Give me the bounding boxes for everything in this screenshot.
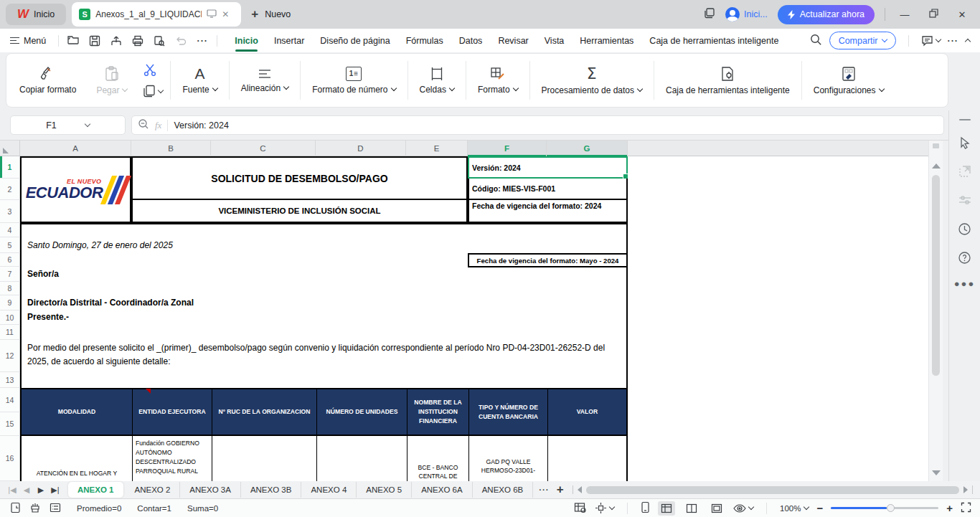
cell-f3-validity[interactable]: Fecha de vigencia del formato: 2024 xyxy=(468,200,628,223)
first-sheet-icon[interactable]: |◀ xyxy=(6,485,19,495)
split-handle[interactable] xyxy=(933,143,939,148)
restore-button[interactable] xyxy=(924,9,943,20)
close-window-button[interactable]: ✕ xyxy=(953,9,971,20)
menu-item[interactable]: Inicio xyxy=(227,29,266,52)
close-tab-icon[interactable]: ✕ xyxy=(222,9,229,19)
row-header[interactable]: 1 xyxy=(0,156,20,179)
row-header[interactable]: 4 xyxy=(0,223,20,237)
sheet-tab[interactable]: ANEXO 3B xyxy=(241,482,302,498)
table-header-cell[interactable]: TIPO Y NÚMERO DE CUENTA BANCARIA xyxy=(469,389,548,435)
menu-item[interactable]: Insertar xyxy=(266,29,312,52)
copy-format-button[interactable]: Copiar formato xyxy=(9,65,86,95)
cell-a1-logo[interactable]: EL NUEVO ECUADOR xyxy=(20,156,131,223)
menu-item[interactable]: Fórmulas xyxy=(398,29,451,52)
cell-entidad[interactable]: Fundación GOBIERNO AUTÓNOMO DESCENTRALIZ… xyxy=(133,436,212,481)
menu-item[interactable]: Revisar xyxy=(490,29,536,52)
row-header[interactable]: 5 xyxy=(0,237,20,253)
share-button[interactable]: Compartir xyxy=(829,32,896,49)
account-button[interactable]: Inici... xyxy=(725,7,768,22)
cell-unidades[interactable] xyxy=(317,436,407,481)
data-processing-button[interactable]: Σ Procesamiento de datos xyxy=(532,66,652,95)
cell-modalidad[interactable]: ATENCIÓN EN EL HOGAR Y xyxy=(22,436,133,481)
font-button[interactable]: A Fuente xyxy=(172,67,227,95)
row-header[interactable]: 7 xyxy=(0,267,20,282)
wps-home-tab[interactable]: W Inicio xyxy=(6,4,66,25)
row-header[interactable]: 15 xyxy=(0,412,20,436)
sheet-tab[interactable]: ANEXO 1 xyxy=(68,482,123,498)
center-canvas-icon[interactable] xyxy=(595,502,614,514)
sheet-tab[interactable]: ANEXO 6A xyxy=(412,482,473,498)
collapse-ribbon-icon[interactable] xyxy=(965,39,971,44)
row-header[interactable]: 13 xyxy=(0,372,20,388)
smart-toolbox-button[interactable]: Caja de herramientas inteligente xyxy=(656,66,800,95)
column-header[interactable]: C xyxy=(211,141,316,156)
row-header[interactable]: 2 xyxy=(0,179,20,200)
zoom-level-button[interactable]: 100% xyxy=(780,504,809,513)
help-icon[interactable] xyxy=(957,250,973,265)
adjust-settings-icon[interactable] xyxy=(957,192,973,208)
table-header-cell[interactable]: NOMBRE DE LA INSTITUCION FINANCIERA xyxy=(407,389,469,435)
cells-button[interactable]: Celdas xyxy=(410,67,464,95)
collapse-panel-icon[interactable] xyxy=(959,119,971,120)
cell-f6-validity-may[interactable]: Fecha de vigencia del formato: Mayo - 20… xyxy=(468,253,628,267)
cut-icon[interactable] xyxy=(143,63,163,79)
table-header-cell[interactable]: Nº RUC DE LA ORGANIZACION xyxy=(212,389,317,435)
history-icon[interactable] xyxy=(957,221,973,237)
name-box[interactable]: F1 xyxy=(10,115,126,135)
zoom-in-button[interactable]: + xyxy=(946,502,953,514)
row-header[interactable]: 3 xyxy=(0,200,20,223)
cell-f1-selected[interactable]: Versión: 2024 xyxy=(468,156,628,179)
select-all-corner[interactable] xyxy=(0,141,20,156)
row-header[interactable]: 6 xyxy=(0,253,20,267)
normal-view-icon[interactable] xyxy=(658,501,675,516)
reading-mode-icon[interactable] xyxy=(733,503,753,513)
print-preview-icon[interactable] xyxy=(150,32,169,49)
document-tab[interactable]: S Anexos_1_al_9_LIQUIDACIONE ✕ xyxy=(72,2,241,27)
table-settings-icon[interactable] xyxy=(574,502,587,515)
table-header-cell[interactable]: ENTIDAD EJECUTORA xyxy=(133,389,212,435)
sheet-tab[interactable]: ANEXO 6B xyxy=(473,482,534,498)
cell-valor[interactable] xyxy=(548,436,626,481)
column-header[interactable]: D xyxy=(316,141,406,156)
save-icon[interactable] xyxy=(85,32,104,49)
format-button[interactable]: Formato xyxy=(468,67,528,95)
last-sheet-icon[interactable]: ▶| xyxy=(49,485,62,495)
row-header[interactable]: 10 xyxy=(0,310,20,325)
page-break-view-icon[interactable] xyxy=(708,501,725,516)
cell-title[interactable]: SOLICITUD DE DESEMBOLSO/PAGO xyxy=(131,156,468,200)
number-format-button[interactable]: 1≡ Formato de número xyxy=(302,67,405,95)
column-header[interactable]: E xyxy=(406,141,468,156)
zoom-slider-handle[interactable] xyxy=(887,504,895,512)
export-selection-icon[interactable] xyxy=(957,163,973,179)
column-header[interactable]: F xyxy=(468,141,547,156)
sheet-tab[interactable]: ANEXO 4 xyxy=(301,482,357,498)
sheet-tab[interactable]: ANEXO 5 xyxy=(357,482,412,498)
scroll-left-arrow[interactable] xyxy=(578,486,582,493)
comments-icon[interactable] xyxy=(921,35,941,47)
copy-icon[interactable] xyxy=(143,85,163,98)
scrollbar-thumb[interactable] xyxy=(932,175,940,376)
letter-box[interactable]: Santo Domingo, 27 de enero del 2025 Fech… xyxy=(20,223,628,388)
update-now-button[interactable]: Actualizar ahora xyxy=(778,5,875,24)
macro-icon[interactable] xyxy=(29,502,41,515)
column-header[interactable]: G xyxy=(547,141,628,156)
insert-function-icon[interactable]: fx xyxy=(155,120,161,131)
row-header[interactable]: 9 xyxy=(0,295,20,310)
formula-input[interactable]: fx Versión: 2024 xyxy=(131,115,944,135)
window-stack-icon[interactable] xyxy=(704,7,715,22)
table-header-cell[interactable]: NÚMERO DE UNIDADES xyxy=(317,389,407,435)
cell-f2-code[interactable]: Código: MIES-VIS-F001 xyxy=(468,179,628,200)
new-tab-button[interactable]: + Nuevo xyxy=(251,7,291,22)
table-header-cell[interactable]: VALOR xyxy=(548,389,626,435)
sheet-tab[interactable]: ANEXO 3A xyxy=(180,482,241,498)
mobile-view-icon[interactable] xyxy=(641,501,650,515)
cell-subtitle[interactable]: VICEMINISTERIO DE INCLUSIÓN SOCIAL xyxy=(131,200,468,223)
vertical-scrollbar[interactable] xyxy=(928,141,943,481)
scroll-up-arrow[interactable] xyxy=(932,163,941,169)
row-header[interactable]: 16 xyxy=(0,436,20,481)
row-header[interactable]: 8 xyxy=(0,282,20,295)
fullscreen-icon[interactable] xyxy=(961,502,971,514)
more-sheets-icon[interactable]: ··· xyxy=(539,485,550,494)
horizontal-scrollbar[interactable] xyxy=(573,485,980,494)
row-header[interactable]: 11 xyxy=(0,325,20,340)
